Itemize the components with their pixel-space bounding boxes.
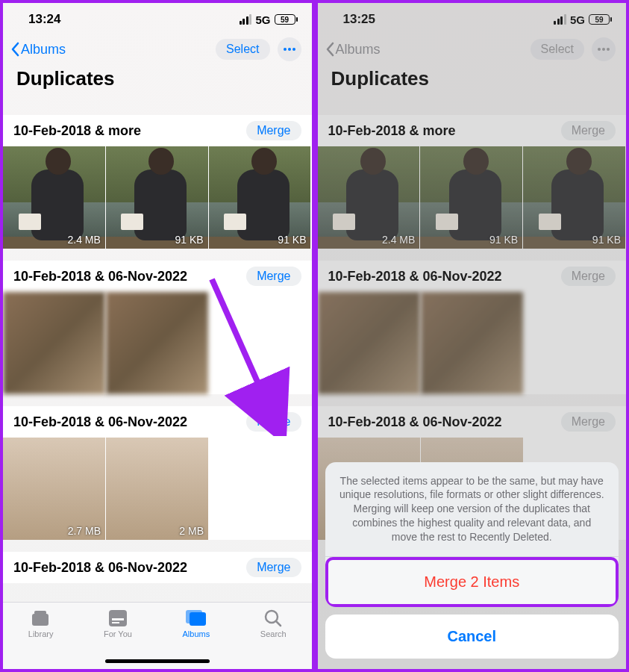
battery-icon: 59 (275, 14, 295, 25)
tab-label: Albums (183, 629, 210, 638)
nav-bar: Albums Select (3, 30, 312, 66)
svg-point-0 (284, 48, 287, 51)
group-title: 10-Feb-2018 & 06-Nov-2022 (13, 414, 187, 430)
foryou-icon (107, 609, 129, 628)
tab-search[interactable]: Search (260, 609, 287, 638)
group-title: 10-Feb-2018 & 06-Nov-2022 (13, 560, 187, 576)
more-button[interactable] (278, 37, 301, 61)
back-label: Albums (21, 42, 66, 57)
tab-foryou[interactable]: For You (104, 609, 132, 638)
back-button[interactable]: Albums (325, 42, 381, 57)
file-size: 91 KB (278, 234, 306, 246)
group-title: 10-Feb-2018 & more (13, 123, 141, 139)
duplicates-list[interactable]: 10-Feb-2018 & more Merge 2.4 MB 91 KB 91… (3, 115, 312, 602)
tab-bar: Library For You Albums Search (3, 602, 312, 669)
svg-rect-10 (186, 610, 202, 623)
merge-button: Merge (561, 412, 616, 432)
chevron-left-icon (325, 42, 334, 57)
photo-thumbnail (421, 292, 523, 394)
photo-thumbnail[interactable]: 91 KB (106, 146, 208, 249)
duplicate-group: 10-Feb-2018 & 06-Nov-2022 Merge (3, 552, 312, 583)
file-size: 2 MB (179, 525, 204, 537)
svg-point-14 (602, 48, 605, 51)
signal-icon (240, 14, 252, 25)
status-right: 5G 59 (554, 13, 610, 26)
svg-line-12 (276, 621, 281, 626)
merge-button: Merge (561, 121, 616, 140)
photo-thumbnail[interactable]: 2 MB (106, 438, 208, 540)
file-size: 2.4 MB (67, 234, 100, 246)
photo-thumbnail[interactable] (3, 292, 105, 394)
network-label: 5G (570, 13, 585, 26)
svg-point-15 (607, 48, 610, 51)
tab-label: Search (260, 629, 287, 638)
svg-point-13 (598, 48, 601, 51)
duplicate-group: 10-Feb-2018 & 06-Nov-2022 Merge (3, 261, 312, 394)
ellipsis-icon (283, 47, 296, 52)
tab-label: Library (28, 629, 54, 638)
file-size: 2.7 MB (68, 525, 101, 537)
svg-rect-5 (34, 611, 46, 615)
duplicate-group: 10-Feb-2018 & more Merge 2.4 MB 91 KB 91… (318, 115, 627, 249)
chevron-left-icon (10, 42, 19, 57)
tab-label: For You (104, 629, 132, 638)
status-bar: 13:25 5G 59 (318, 3, 627, 30)
photo-thumbnail[interactable]: 2.4 MB (3, 146, 105, 249)
status-time: 13:25 (343, 12, 375, 27)
back-button[interactable]: Albums (10, 42, 66, 57)
photo-thumbnail[interactable] (106, 292, 208, 394)
merge-button[interactable]: Merge (246, 121, 301, 140)
file-size: 91 KB (592, 234, 621, 246)
signal-icon (554, 14, 566, 25)
photo-thumbnail: 91 KB (523, 146, 625, 249)
select-button[interactable]: Select (216, 39, 269, 60)
photo-thumbnail: 91 KB (420, 146, 522, 249)
duplicate-group: 10-Feb-2018 & 06-Nov-2022 Merge 2.7 MB 2… (3, 406, 312, 540)
network-label: 5G (255, 13, 270, 26)
file-size: 91 KB (489, 234, 518, 246)
group-title: 10-Feb-2018 & 06-Nov-2022 (13, 269, 187, 284)
svg-rect-8 (112, 622, 119, 623)
tab-library[interactable]: Library (28, 609, 54, 638)
action-sheet: The selected items appear to be the same… (325, 462, 619, 659)
file-size: 91 KB (175, 234, 204, 246)
file-size: 2.4 MB (382, 234, 415, 246)
status-right: 5G 59 (240, 13, 295, 26)
tab-albums[interactable]: Albums (183, 609, 210, 638)
merge-button: Merge (561, 267, 616, 286)
svg-rect-4 (32, 614, 48, 626)
photo-thumbnail[interactable]: 91 KB (209, 146, 311, 249)
page-title: Duplicates (318, 66, 627, 98)
status-time: 13:24 (28, 12, 60, 27)
more-button (592, 37, 616, 61)
battery-icon: 59 (589, 14, 610, 25)
ellipsis-icon (597, 47, 610, 52)
cancel-button[interactable]: Cancel (325, 615, 619, 659)
screenshot-left: 13:24 5G 59 Albums Select Duplicates 10-… (0, 0, 315, 672)
merge-button[interactable]: Merge (246, 412, 301, 432)
photo-thumbnail (318, 292, 420, 394)
merge-button[interactable]: Merge (246, 558, 301, 577)
home-indicator[interactable] (105, 659, 210, 663)
duplicate-group: 10-Feb-2018 & 06-Nov-2022 Merge (318, 261, 627, 394)
merge-button[interactable]: Merge (246, 267, 301, 286)
photo-thumbnail[interactable]: 2.7 MB (3, 438, 105, 540)
search-icon (262, 609, 284, 628)
duplicate-group: 10-Feb-2018 & more Merge 2.4 MB 91 KB 91… (3, 115, 312, 249)
screenshot-right: 13:25 5G 59 Albums Select Duplicates 10-… (315, 0, 630, 672)
albums-icon (185, 609, 207, 628)
group-title: 10-Feb-2018 & more (328, 123, 456, 139)
photo-thumbnail: 2.4 MB (318, 146, 420, 249)
status-bar: 13:24 5G 59 (3, 3, 312, 30)
sheet-message: The selected items appear to be the same… (325, 462, 619, 557)
svg-rect-7 (112, 618, 124, 620)
page-title: Duplicates (3, 66, 312, 98)
group-title: 10-Feb-2018 & 06-Nov-2022 (328, 414, 502, 430)
library-icon (30, 609, 52, 628)
merge-confirm-button[interactable]: Merge 2 Items (325, 557, 619, 607)
group-title: 10-Feb-2018 & 06-Nov-2022 (328, 269, 502, 284)
nav-bar: Albums Select (318, 30, 627, 66)
svg-point-1 (288, 48, 291, 51)
back-label: Albums (336, 42, 381, 57)
svg-point-2 (292, 48, 295, 51)
